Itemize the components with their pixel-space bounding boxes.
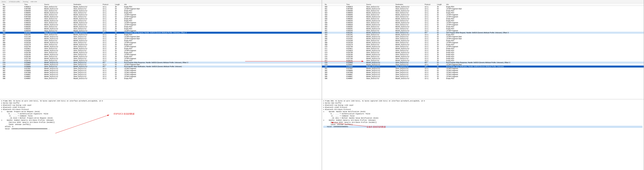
packet-row[interactable]: .5508.960613Slave_0x22c1c7c2Master_0x22c… bbox=[0, 6, 322, 8]
packet-row[interactable]: 5869.048867Slave_0x22c1c7c2Master_0x22c1… bbox=[0, 78, 322, 80]
column-header[interactable]: Info bbox=[446, 3, 644, 6]
packet-row[interactable]: .5568.998282Slave_0x22c1c7c2Master_0x22c… bbox=[0, 18, 322, 20]
detail-line[interactable]: Bluetooth Low Energy Link Layer bbox=[1, 104, 320, 106]
packet-row[interactable]: 5859.048867Master_0x22c1c7c2Slave_0x22c1… bbox=[322, 76, 644, 78]
packet-row[interactable]: .5588.999293Slave_0x22c1c7c2Master_0x22c… bbox=[0, 22, 322, 24]
packet-row[interactable]: 5789.029800Master_0x22c1c7c2Slave_0x22c1… bbox=[0, 62, 322, 64]
detail-line[interactable]: Bluetooth L2CAP Protocol bbox=[1, 106, 320, 109]
packet-row[interactable]: 5709.022736Master_0x22c1c7c2Slave_0x22c1… bbox=[322, 46, 644, 48]
packet-row[interactable]: 5689.018136Master_0x22c1c7c2Slave_0x22c1… bbox=[0, 42, 322, 44]
detail-line[interactable]: Offset: 0 bbox=[1, 126, 320, 128]
packet-row[interactable]: 5849.048867Master_0x22c1c7c2Slave_0x22c1… bbox=[322, 74, 644, 76]
detail-line[interactable]: Frame 563: 53 bytes on wire (424 bits), … bbox=[1, 100, 320, 102]
detail-line[interactable]: .0.. .... = Command: False bbox=[1, 115, 320, 117]
detail-line[interactable]: Opcode: Prepare Write Request (0x16) bbox=[1, 111, 320, 113]
detail-line[interactable]: [UUID: Unknown (0xff02)] bbox=[1, 124, 320, 126]
column-header[interactable]: Destination bbox=[395, 3, 424, 6]
detail-line[interactable]: .0.. .... = Command: False bbox=[323, 115, 642, 117]
column-header[interactable] bbox=[322, 3, 324, 6]
column-header[interactable]: Destination bbox=[73, 3, 102, 6]
packet-row[interactable]: 5809.036866Master_0x22c1c7c2Slave_0x22c1… bbox=[322, 66, 644, 68]
packet-row[interactable]: 5689.018136Master_0x22c1c7c2Slave_0x22c1… bbox=[322, 42, 644, 44]
packet-details-right[interactable]: Frame 580: 41 bytes on wire (328 bits), … bbox=[322, 99, 644, 170]
packet-row[interactable]: .5538.990645Master_0x22c1c7c2Slave_0x22c… bbox=[0, 12, 322, 14]
detail-line[interactable]: Value: 330580010450000000000000000000000… bbox=[1, 128, 320, 130]
packet-row[interactable]: 5709.022736Master_0x22c1c7c2Slave_0x22c1… bbox=[0, 46, 322, 48]
toolbar-device[interactable]: Device bbox=[1, 1, 7, 2]
detail-line[interactable]: ..01 1011 = Method: Handle Value Notific… bbox=[323, 117, 642, 119]
packet-details-left[interactable]: Frame 563: 53 bytes on wire (424 bits), … bbox=[0, 99, 322, 170]
packet-row[interactable]: 5518.987586Master_0x22c1c7c2Slave_0x22c1… bbox=[322, 8, 644, 10]
column-header[interactable]: Protocol bbox=[102, 3, 114, 6]
detail-line[interactable]: [Service UUID: Generic Attribute Profile… bbox=[1, 121, 320, 124]
packet-row[interactable]: 5679.016189Slave_0x22c1c7c2Master_0x22c1… bbox=[322, 40, 644, 42]
column-header[interactable]: No. bbox=[324, 3, 346, 6]
packet-row[interactable]: 5719.023811Slave_0x22c1c7c2Master_0x22c1… bbox=[0, 48, 322, 50]
packet-row[interactable]: 5649.001291Slave_0x22c1c7c2Master_0x22c1… bbox=[0, 34, 322, 36]
column-header[interactable]: Info bbox=[124, 3, 322, 6]
packet-row[interactable]: .5528.988368Slave_0x22c1c7c2Master_0x22c… bbox=[0, 10, 322, 12]
packet-row[interactable]: 5759.026795Slave_0x22c1c7c2Master_0x22c1… bbox=[322, 56, 644, 58]
packet-row[interactable]: 5669.014181Master_0x22c1c7c2Slave_0x22c1… bbox=[322, 38, 644, 40]
column-header[interactable]: Time bbox=[24, 3, 44, 6]
packet-row[interactable]: 5669.014181Master_0x22c1c7c2Slave_0x22c1… bbox=[0, 38, 322, 40]
detail-line[interactable]: [Service UUID: Generic Attribute Profile… bbox=[323, 121, 642, 124]
packet-row[interactable]: 5819.037867Master_0x22c1c7c2Slave_0x22c1… bbox=[0, 68, 322, 70]
packet-row[interactable]: 5679.016189Slave_0x22c1c7c2Master_0x22c1… bbox=[0, 40, 322, 42]
packet-row[interactable]: 5809.036866Slave_0x22c1c7c2Master_0x22c1… bbox=[0, 66, 322, 68]
packet-row[interactable]: 5799.035867Master_0x22c1c7c2Slave_0x22c1… bbox=[0, 64, 322, 66]
detail-line[interactable]: 0... .... = Authentication Signature: Fa… bbox=[1, 113, 320, 115]
packet-row[interactable]: 5508.960613Slave_0x22c1c7c2Master_0x22c1… bbox=[322, 6, 644, 8]
packet-row[interactable]: 5558.991648Master_0x22c1c7c2Slave_0x22c1… bbox=[322, 16, 644, 18]
column-header[interactable]: Time bbox=[346, 3, 366, 6]
detail-line[interactable]: Handle: 0x0018 (Generic Attribute Profil… bbox=[1, 119, 320, 121]
packet-row[interactable]: .5518.987586Master_0x22c1c7c2Slave_0x22c… bbox=[0, 8, 322, 10]
packet-row[interactable]: 5769.027795Master_0x22c1c7c2Slave_0x22c1… bbox=[0, 58, 322, 60]
packet-row[interactable]: 5699.019179Slave_0x22c1c7c2Master_0x22c1… bbox=[322, 44, 644, 46]
packet-row[interactable]: 5799.035867Master_0x22c1c7c2Slave_0x22c1… bbox=[322, 64, 644, 66]
packet-row[interactable]: 5588.999293Slave_0x22c1c7c2Master_0x22c1… bbox=[322, 22, 644, 24]
detail-line[interactable]: Bluetooth Attribute Protocol bbox=[323, 109, 642, 111]
packet-row[interactable]: 5609.000282Slave_0x22c1c7c2Master_0x22c1… bbox=[0, 26, 322, 28]
packet-row[interactable]: 5609.000282Slave_0x22c1c7c2Master_0x22c1… bbox=[322, 26, 644, 28]
packet-row[interactable]: 5629.000293Slave_0x22c1c7c2Master_0x22c1… bbox=[322, 30, 644, 32]
detail-line[interactable]: 0... .... = Authentication Signature: Fa… bbox=[323, 113, 642, 115]
packet-row[interactable]: 5568.998282Slave_0x22c1c7c2Master_0x22c1… bbox=[322, 18, 644, 20]
packet-row[interactable]: 5819.037867Master_0x22c1c7c2Slave_0x22c1… bbox=[322, 68, 644, 70]
packet-row[interactable]: 5639.001291Master_0x22c1c7c2Slave_0x22c1… bbox=[322, 32, 644, 34]
detail-line[interactable]: [UUID: Unknown (0xff02)] bbox=[323, 124, 642, 126]
packet-row[interactable]: 5649.001291Slave_0x22c1c7c2Master_0x22c1… bbox=[322, 34, 644, 36]
packet-row[interactable]: 5759.026795Slave_0x22c1c7c2Master_0x22c1… bbox=[0, 56, 322, 58]
packet-row[interactable]: 5749.026795Master_0x22c1c7c2Slave_0x22c1… bbox=[322, 54, 644, 56]
packet-row[interactable]: 5779.028791Slave_0x22c1c7c2Master_0x22c1… bbox=[322, 60, 644, 62]
packet-row[interactable]: 5548.990645Slave_0x22c1c7c2Master_0x22c1… bbox=[322, 14, 644, 16]
packet-row[interactable]: .5558.997500Master_0x22c1c7c2Slave_0x22c… bbox=[0, 16, 322, 18]
detail-line[interactable]: ..01 0110 = Method: Prepare Write Reques… bbox=[1, 117, 320, 119]
detail-line[interactable]: Frame 580: 41 bytes on wire (328 bits), … bbox=[323, 100, 642, 102]
detail-line[interactable]: Bluetooth Attribute Protocol bbox=[1, 109, 320, 111]
packet-row[interactable]: 5538.988630Master_0x22c1c7c2Slave_0x22c1… bbox=[322, 12, 644, 14]
packet-row[interactable]: 5639.001291Slave_0x22c1c7c2Master_0x22c1… bbox=[0, 32, 322, 34]
packet-row[interactable]: 5739.025798Slave_0x22c1c7c2Master_0x22c1… bbox=[322, 52, 644, 54]
packet-row[interactable]: 5859.048867Master_0x22c1c7c2Slave_0x22c1… bbox=[0, 76, 322, 78]
packet-row[interactable]: 5699.019179Slave_0x22c1c7c2Master_0x22c1… bbox=[0, 44, 322, 46]
packet-row[interactable]: 5619.000291Master_0x22c1c7c2Slave_0x22c1… bbox=[0, 28, 322, 30]
packet-row[interactable]: 5578.998293Master_0x22c1c7c2Slave_0x22c1… bbox=[322, 20, 644, 22]
packet-row[interactable]: 5769.027795Master_0x22c1c7c2Slave_0x22c1… bbox=[322, 58, 644, 60]
packet-row[interactable]: 5789.029800Master_0x22c1c7c2Slave_0x22c1… bbox=[322, 62, 644, 64]
packet-row[interactable]: 5719.023811Slave_0x22c1c7c2Master_0x22c1… bbox=[322, 48, 644, 50]
packet-row[interactable]: 5839.047868Master_0x22c1c7c2Slave_0x22c1… bbox=[0, 72, 322, 74]
column-header[interactable]: Protocol bbox=[424, 3, 436, 6]
packet-row[interactable]: 5598.999520Master_0x22c1c7c2Slave_0x22c1… bbox=[322, 24, 644, 26]
detail-line[interactable]: Value: 3305800364900052 bbox=[323, 126, 642, 128]
packet-row[interactable]: 5528.988368Slave_0x22c1c7c2Master_0x22c1… bbox=[322, 10, 644, 12]
packet-row[interactable]: 5619.000291Master_0x22c1c7c2Slave_0x22c1… bbox=[322, 28, 644, 30]
packet-row[interactable]: .5598.999520Master_0x22c1c7c2Slave_0x22c… bbox=[0, 24, 322, 26]
packet-row[interactable]: 5729.024810Master_0x22c1c7c2Slave_0x22c1… bbox=[0, 50, 322, 52]
packet-row[interactable]: 5659.011140Master_0x22c1c7c2Slave_0x22c1… bbox=[0, 36, 322, 38]
column-header[interactable]: Source bbox=[44, 3, 73, 6]
column-header[interactable]: Length bbox=[436, 3, 446, 6]
detail-line[interactable]: Bluetooth L2CAP Protocol bbox=[323, 106, 642, 109]
column-header[interactable]: No. bbox=[2, 3, 24, 6]
packet-row[interactable]: 5849.048867Master_0x22c1c7c2Slave_0x22c1… bbox=[0, 74, 322, 76]
